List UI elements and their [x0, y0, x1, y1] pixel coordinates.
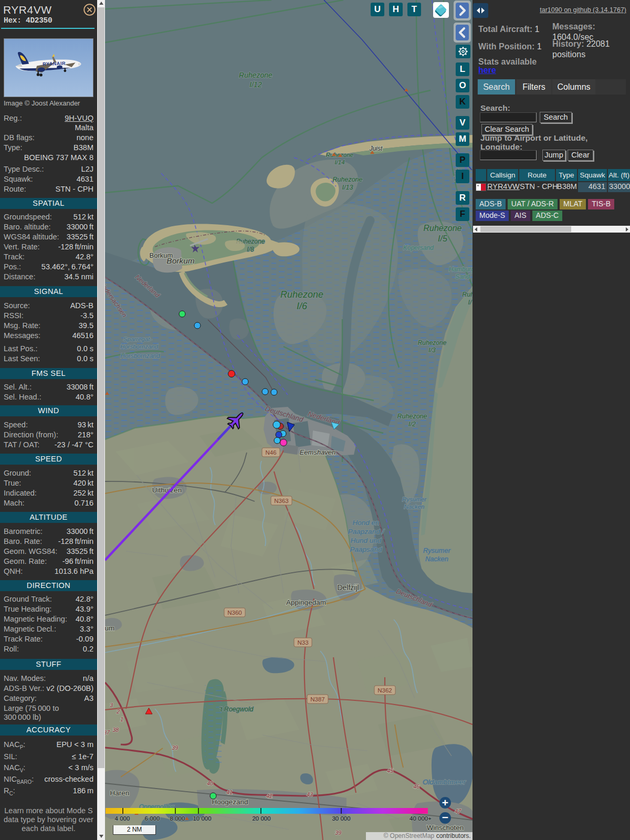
svg-text:Horsbornzand: Horsbornzand [120, 352, 160, 360]
svg-text:41: 41 [226, 789, 233, 795]
svg-text:Delfzijl: Delfzijl [337, 583, 359, 592]
svg-text:I/14: I/14 [334, 159, 344, 165]
svg-text:I/8: I/8 [247, 246, 254, 253]
svg-text:dum: dum [105, 624, 114, 632]
svg-text:Eemshaven: Eemshaven [300, 448, 336, 456]
svg-text:RYANAIR: RYANAIR [43, 61, 66, 67]
svg-text:Rysumer: Rysumer [402, 496, 427, 502]
svg-text:45: 45 [387, 768, 394, 774]
svg-text:43: 43 [307, 791, 313, 797]
svg-text:39: 39 [172, 744, 178, 751]
svg-text:Ruhezone: Ruhezone [239, 71, 272, 79]
svg-text:40 000+: 40 000+ [410, 815, 432, 822]
svg-text:Ruhezone: Ruhezone [333, 176, 363, 183]
svg-text:Ruhezone: Ruhezone [418, 339, 447, 346]
svg-text:Hund und: Hund und [351, 537, 382, 544]
svg-text:Ruhezone: Ruhezone [280, 289, 323, 300]
svg-text:Sparregat-: Sparregat- [123, 336, 152, 342]
svg-text:I/6: I/6 [297, 301, 308, 311]
svg-text:3: 3 [110, 702, 113, 708]
svg-text:Rysumer: Rysumer [423, 547, 451, 554]
svg-text:I/2: I/2 [408, 421, 416, 428]
svg-text:20 000: 20 000 [252, 815, 270, 822]
svg-text:30 000: 30 000 [332, 815, 350, 822]
svg-text:'t Roegwold: 't Roegwold [219, 706, 254, 713]
svg-text:4 000: 4 000 [115, 815, 130, 822]
svg-text:Juist: Juist [369, 145, 383, 152]
svg-text:N46: N46 [265, 449, 276, 456]
svg-text:N363: N363 [274, 498, 289, 504]
svg-text:Oldambtmeer: Oldambtmeer [423, 778, 466, 786]
svg-text:I/13: I/13 [342, 184, 353, 191]
svg-text:Appingedam: Appingedam [286, 598, 326, 606]
svg-text:Ruhezone: Ruhezone [424, 224, 462, 233]
svg-text:8 000: 8 000 [170, 815, 185, 822]
svg-text:38: 38 [112, 727, 119, 733]
svg-text:46: 46 [413, 783, 420, 790]
svg-text:Hamburg.: Hamburg. [449, 266, 472, 273]
svg-text:I/3: I/3 [428, 346, 436, 354]
svg-text:N360: N360 [227, 610, 242, 616]
svg-text:Horsbornzand: Horsbornzand [120, 343, 159, 350]
svg-text:Kopersand: Kopersand [403, 244, 434, 251]
svg-text:6 000: 6 000 [145, 815, 160, 822]
svg-text:Hoogezand: Hoogezand [212, 798, 248, 806]
svg-text:Paapzand /: Paapzand / [348, 528, 385, 536]
svg-text:Nacken: Nacken [425, 555, 448, 563]
svg-text:Ruhezone: Ruhezone [397, 413, 427, 420]
svg-text:42: 42 [266, 793, 272, 799]
svg-text:10 000: 10 000 [193, 815, 211, 822]
svg-text:N387: N387 [310, 696, 325, 702]
svg-text:Sand: Sand [455, 273, 470, 280]
svg-text:N362: N362 [377, 687, 392, 694]
svg-text:37: 37 [105, 729, 110, 736]
svg-text:Nacken: Nacken [404, 503, 425, 510]
svg-text:Haren: Haren [110, 789, 130, 797]
svg-text:Hond en: Hond en [352, 519, 379, 527]
svg-text:N33: N33 [297, 639, 308, 646]
svg-text:2: 2 [116, 708, 120, 715]
svg-text:1: 1 [120, 716, 123, 722]
svg-text:Ruhe.: Ruhe. [462, 291, 472, 298]
svg-text:I/5: I/5 [438, 234, 447, 243]
svg-text:Paapsand: Paapsand [350, 545, 382, 553]
svg-text:40: 40 [207, 780, 214, 786]
svg-text:I/12: I/12 [249, 80, 262, 89]
svg-text:Borkum: Borkum [166, 256, 194, 265]
svg-text:39: 39 [335, 830, 341, 836]
